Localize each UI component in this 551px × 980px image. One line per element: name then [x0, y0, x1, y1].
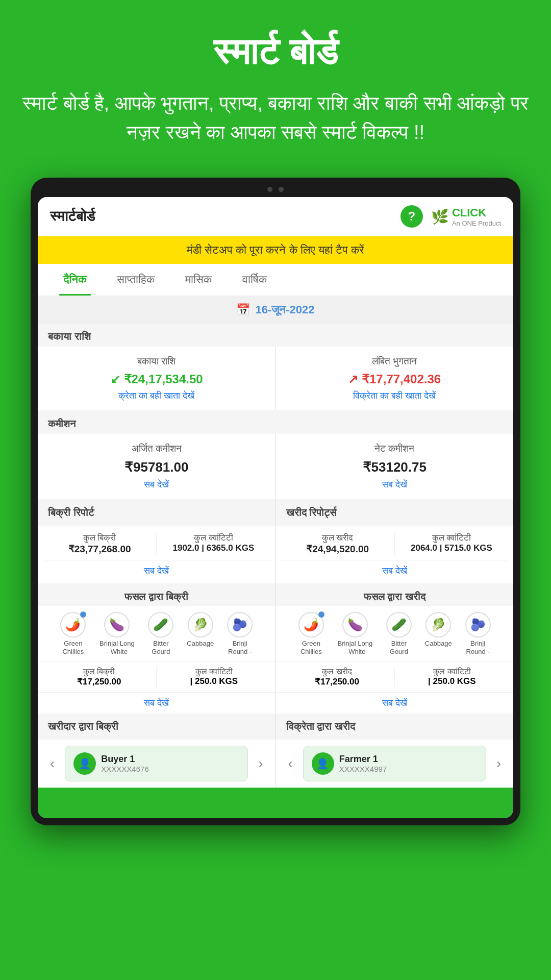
crop-item: 🍆 Brinjal Long - White	[99, 612, 135, 655]
kharid-total-qty: कुल क्वांटिटी 2064.0 | 5715.0 KGS	[395, 533, 508, 553]
fasal-kharid-crops: 🌶️ Green Chillies 🍆 Brinjal Long - White…	[276, 606, 514, 662]
calendar-icon: 📅	[236, 303, 250, 316]
commission-card-grid: अर्जित कमीशन ₹95781.00 सब देखें नेट कमीश…	[38, 434, 513, 499]
bikri-sales-value: ₹23,77,268.00	[43, 543, 156, 555]
crop-icon-cabbage: 🥬	[425, 612, 451, 638]
next-seller-button[interactable]: ›	[492, 751, 505, 776]
setup-banner[interactable]: मंडी सेटअप को पूरा करने के लिए यहां टैप …	[38, 236, 513, 264]
bakaya-link[interactable]: क्रेता का बही खाता देखें	[48, 390, 265, 401]
kharid-qty-value: 2064.0 | 5715.0 KGS	[395, 543, 508, 553]
bikri-qty-value: 1902.0 | 6365.0 KGS	[157, 543, 270, 553]
bikri-total-sales: कुल बिक्री ₹23,77,268.00	[43, 533, 156, 555]
fasal-kharid-total-qty: कुल क्वांटिटी | 250.0 KGS	[395, 667, 509, 687]
fasal-bikri-title: फसल द्वारा बिक्री	[38, 584, 276, 606]
crop-dot	[318, 611, 324, 618]
seller-card[interactable]: 👤 Farmer 1 XXXXXX4997	[303, 746, 486, 781]
leaf-icon: 🌿	[431, 208, 449, 225]
fasal-bikri-total-sales: कुल बिक्री ₹17,250.00	[42, 667, 156, 687]
prev-buyer-button[interactable]: ‹	[46, 751, 59, 776]
crop-item: 🫐 Brinji Round -	[222, 612, 258, 655]
crop-icon-cabbage: 🥬	[188, 612, 213, 638]
tabs-row: दैनिक साप्ताहिक मासिक वार्षिक	[38, 264, 513, 296]
crop-icon-green-chilli: 🌶️	[298, 612, 324, 638]
crop-item: 🥒 Bitter Gourd	[143, 612, 179, 655]
buyer-seller-header: खरीदार द्वारा बिक्री विक्रेता द्वारा खरी…	[38, 714, 513, 740]
tablet-device: स्मार्टबोर्ड ? 🌿 CLICK An ONE Product मं…	[31, 178, 520, 825]
bikri-total-qty: कुल क्वांटिटी 1902.0 | 6365.0 KGS	[157, 533, 270, 553]
buyer-seller-row: ‹ 👤 Buyer 1 XXXXXX4676 › ‹ 👤 Farmer 1	[38, 740, 513, 788]
bikri-amounts: कुल बिक्री ₹23,77,268.00 कुल क्वांटिटी 1…	[43, 533, 270, 560]
hero-section: स्मार्ट बोर्ड स्मार्ट बोर्ड है, आपके भुग…	[0, 0, 551, 162]
kharid-amounts: कुल खरीद ₹24,94,520.00 कुल क्वांटिटी 206…	[281, 533, 509, 560]
buyer-info: Buyer 1 XXXXXX4676	[101, 754, 148, 773]
crop-icon-brinjal: 🍆	[104, 612, 130, 638]
seller-id: XXXXXX4997	[339, 765, 387, 773]
bikri-details-card: कुल बिक्री ₹23,77,268.00 कुल क्वांटिटी 1…	[38, 526, 276, 583]
crop-item: 🍆 Brinjal Long - White	[337, 612, 373, 655]
app-title: स्मार्टबोर्ड	[50, 208, 95, 225]
arrow-up-red-icon: ↗	[348, 372, 362, 386]
fasal-kharid-total-purchase: कुल खरीद ₹17,250.00	[280, 667, 394, 687]
logo-text: CLICK	[452, 206, 501, 219]
fasal-kharid-section: फसल द्वारा खरीद 🌶️ Green Chillies 🍆 Brin…	[276, 584, 514, 714]
bakaya-section-label: बकाया राशि	[38, 324, 513, 347]
tab-yearly[interactable]: वार्षिक	[227, 264, 282, 296]
buyer-name: Buyer 1	[101, 754, 148, 765]
prev-seller-button[interactable]: ‹	[284, 751, 297, 776]
crop-item: 🥒 Bitter Gourd	[381, 612, 417, 655]
crop-dot	[80, 611, 86, 618]
buyer-card[interactable]: 👤 Buyer 1 XXXXXX4676	[65, 746, 248, 781]
kharid-details-card: कुल खरीद ₹24,94,520.00 कुल क्वांटिटी 206…	[276, 526, 514, 583]
report-header-row: बिक्री रिपोर्ट खरीद रिपोर्ट्स	[38, 500, 513, 526]
kharidan-bikri-label: खरीदार द्वारा बिक्री	[38, 714, 276, 740]
buyer-avatar-icon: 👤	[73, 752, 96, 775]
lambit-value: ↗ ₹17,77,402.36	[286, 372, 504, 386]
bikri-see-all[interactable]: सब देखें	[43, 566, 270, 576]
fasal-bikri-qty-label: कुल क्वांटिटी	[157, 667, 271, 676]
fasal-bikri-see-all[interactable]: सब देखें	[38, 693, 276, 714]
lambit-bhugtan-card: लंबित भुगतान ↗ ₹17,77,402.36 विक्रेता का…	[276, 347, 514, 410]
date-row[interactable]: 📅 16-जून-2022	[38, 296, 513, 324]
tab-daily[interactable]: दैनिक	[48, 264, 102, 296]
fasal-kharid-purchase-label: कुल खरीद	[280, 667, 394, 676]
arjit-link[interactable]: सब देखें	[48, 479, 265, 490]
buyer-id: XXXXXX4676	[101, 765, 148, 773]
bikri-report-label: बिक्री रिपोर्ट	[38, 500, 276, 526]
header-right: ? 🌿 CLICK An ONE Product	[400, 205, 501, 228]
tab-monthly[interactable]: मासिक	[170, 264, 227, 296]
camera-dot	[279, 187, 284, 192]
kharid-see-all[interactable]: सब देखें	[281, 566, 509, 576]
tablet-screen: स्मार्टबोर्ड ? 🌿 CLICK An ONE Product मं…	[38, 197, 513, 818]
fasal-kharid-qty-label: कुल क्वांटिटी	[395, 667, 509, 676]
crop-item: 🫐 Brinji Round -	[460, 612, 496, 655]
crop-icon-bitter-gourd: 🥒	[386, 612, 412, 638]
bikri-sales-label: कुल बिक्री	[43, 533, 156, 543]
app-header: स्मार्टबोर्ड ? 🌿 CLICK An ONE Product	[38, 197, 513, 236]
hero-title: स्मार्ट बोर्ड	[20, 31, 531, 74]
buyer-row: ‹ 👤 Buyer 1 XXXXXX4676 ›	[38, 740, 276, 788]
camera-sensor	[267, 187, 272, 192]
seller-name: Farmer 1	[339, 754, 387, 765]
fasal-kharid-purchase-value: ₹17,250.00	[280, 676, 394, 687]
net-title: नेट कमीशन	[286, 443, 504, 454]
net-commission-card: नेट कमीशन ₹53120.75 सब देखें	[276, 434, 514, 499]
fasal-bikri-sales-value: ₹17,250.00	[42, 676, 156, 687]
fasal-kharid-see-all[interactable]: सब देखें	[276, 693, 514, 714]
bikri-kharid-grid: कुल बिक्री ₹23,77,268.00 कुल क्वांटिटी 1…	[38, 526, 513, 583]
net-link[interactable]: सब देखें	[286, 479, 504, 490]
next-buyer-button[interactable]: ›	[254, 751, 267, 776]
bakaya-title: बकाया राशि	[48, 356, 265, 367]
help-icon[interactable]: ?	[400, 205, 423, 228]
vikreta-kharid-label: विक्रेता द्वारा खरीद	[276, 714, 514, 740]
fasal-bikri-qty-value: | 250.0 KGS	[157, 676, 271, 687]
kharid-total-purchase: कुल खरीद ₹24,94,520.00	[281, 533, 394, 555]
fasal-section: फसल द्वारा बिक्री 🌶️ Green Chillies 🍆 Br…	[38, 584, 513, 714]
lambit-link[interactable]: विक्रेता का बही खाता देखें	[286, 390, 504, 401]
crop-icon-bitter-gourd: 🥒	[148, 612, 173, 638]
bakaya-card-grid: बकाया राशि ↙ ₹24,17,534.50 क्रेता का बही…	[38, 347, 513, 410]
crop-icon-green-chilli: 🌶️	[60, 612, 86, 638]
fasal-bikri-total-qty: कुल क्वांटिटी | 250.0 KGS	[157, 667, 271, 687]
tab-weekly[interactable]: साप्ताहिक	[102, 264, 170, 296]
lambit-title: लंबित भुगतान	[286, 356, 504, 367]
net-value: ₹53120.75	[286, 459, 504, 475]
